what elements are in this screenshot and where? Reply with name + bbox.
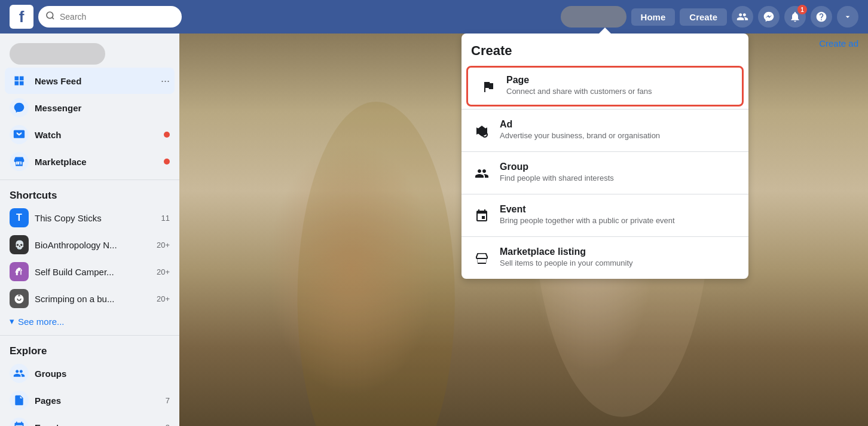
newsfeed-dots[interactable]: ··· xyxy=(161,75,170,87)
messenger-icon xyxy=(10,98,29,117)
dropdown-divider-1 xyxy=(461,109,748,109)
watch-icon xyxy=(10,125,29,144)
scrimping-count: 20+ xyxy=(157,294,170,303)
see-more-link[interactable]: ▾ See more... xyxy=(0,312,179,330)
page-item-title: Page xyxy=(506,75,732,86)
sidebar-item-thiscopysticks[interactable]: T This Copy Sticks 11 xyxy=(5,205,175,231)
watch-notification-dot xyxy=(164,132,170,138)
dropdown-divider-4 xyxy=(461,236,748,237)
bioanthropology-avatar: 💀 xyxy=(10,235,29,254)
watch-label: Watch xyxy=(35,130,158,140)
search-bar[interactable] xyxy=(38,6,182,28)
sidebar-divider-2 xyxy=(0,335,179,336)
search-input[interactable] xyxy=(60,12,175,22)
group-icon xyxy=(471,163,493,184)
create-group-item[interactable]: Group Find people with shared interests xyxy=(461,154,748,191)
dropdown-divider-2 xyxy=(461,151,748,152)
marketplace-label: Marketplace xyxy=(35,157,158,167)
selfbuild-avatar xyxy=(10,262,29,281)
svg-line-1 xyxy=(52,17,54,19)
event-item-text: Event Bring people together with a publi… xyxy=(500,204,739,225)
bioanthropology-label: BioAnthropology N... xyxy=(35,240,151,250)
create-dropdown-title: Create xyxy=(461,41,748,66)
friends-icon-button[interactable] xyxy=(732,6,753,28)
marketplace-listing-text: Marketplace listing Sell items to people… xyxy=(500,247,739,267)
sidebar-item-events[interactable]: Events 3 xyxy=(5,414,175,426)
events-count: 3 xyxy=(166,423,170,427)
groups-icon xyxy=(10,364,29,383)
marketplace-notification-dot xyxy=(164,159,170,165)
create-ad-button[interactable]: Create ad xyxy=(819,38,858,48)
marketplace-listing-desc: Sell items to people in your community xyxy=(500,258,739,267)
events-icon xyxy=(10,418,29,426)
ad-icon xyxy=(471,120,493,142)
page-icon xyxy=(478,76,499,98)
dropdown-arrow xyxy=(599,28,611,34)
home-button[interactable]: Home xyxy=(631,8,676,26)
explore-title: Explore xyxy=(0,340,179,360)
sidebar-user-avatar xyxy=(10,43,105,65)
scrimping-label: Scrimping on a bu... xyxy=(35,294,151,304)
sidebar-item-messenger[interactable]: Messenger xyxy=(5,95,175,121)
scrimping-avatar xyxy=(10,289,29,308)
events-label: Events xyxy=(35,422,160,427)
topnav-right: Home Create 1 xyxy=(561,6,858,28)
pages-icon xyxy=(10,391,29,410)
dropdown-icon-button[interactable] xyxy=(837,6,858,28)
sidebar-item-selfbuild[interactable]: Self Build Camper... 20+ xyxy=(5,258,175,285)
notification-count: 1 xyxy=(797,5,807,14)
pages-count: 7 xyxy=(166,396,170,405)
sidebar-item-groups[interactable]: Groups xyxy=(5,360,175,387)
messenger-label: Messenger xyxy=(35,103,170,113)
group-item-desc: Find people with shared interests xyxy=(500,174,739,182)
sidebar-item-pages[interactable]: Pages 7 xyxy=(5,387,175,413)
selfbuild-count: 20+ xyxy=(157,267,170,276)
facebook-logo: f xyxy=(10,5,33,29)
create-button[interactable]: Create xyxy=(680,8,727,26)
sidebar-divider-1 xyxy=(0,179,179,180)
bioanthropology-count: 20+ xyxy=(157,241,170,249)
marketplace-listing-icon xyxy=(471,248,493,269)
sidebar-item-bioanthropology[interactable]: 💀 BioAnthropology N... 20+ xyxy=(5,232,175,258)
create-marketplace-item[interactable]: Marketplace listing Sell items to people… xyxy=(461,239,748,276)
sidebar-item-scrimping[interactable]: Scrimping on a bu... 20+ xyxy=(5,285,175,312)
newsfeed-label: News Feed xyxy=(35,76,155,86)
sidebar-user-area xyxy=(0,38,179,67)
ad-item-desc: Advertise your business, brand or organi… xyxy=(500,131,739,140)
thiscopysticks-label: This Copy Sticks xyxy=(35,213,155,223)
ad-item-text: Ad Advertise your business, brand or org… xyxy=(500,119,739,140)
shortcuts-title: Shortcuts xyxy=(0,185,179,204)
group-item-title: Group xyxy=(500,162,739,172)
create-page-item[interactable]: Page Connect and share with customers or… xyxy=(466,66,744,106)
groups-label: Groups xyxy=(35,369,170,379)
sidebar-item-watch[interactable]: Watch xyxy=(5,121,175,148)
user-avatar xyxy=(561,6,626,28)
newsfeed-icon xyxy=(10,71,29,90)
marketplace-icon xyxy=(10,152,29,171)
pages-label: Pages xyxy=(35,395,160,406)
notifications-icon-button[interactable]: 1 xyxy=(784,6,806,28)
topnav: f Home Create 1 xyxy=(0,0,868,34)
selfbuild-label: Self Build Camper... xyxy=(35,267,151,277)
event-item-desc: Bring people together with a public or p… xyxy=(500,216,739,225)
thiscopysticks-avatar: T xyxy=(10,208,29,227)
svg-point-0 xyxy=(47,12,53,19)
page-item-text: Page Connect and share with customers or… xyxy=(506,75,732,96)
event-item-title: Event xyxy=(500,204,739,215)
event-icon xyxy=(471,205,493,227)
sidebar-item-newsfeed[interactable]: News Feed ··· xyxy=(5,68,175,94)
search-icon xyxy=(45,11,55,23)
create-dropdown-panel: Create Page Connect and share with custo… xyxy=(461,34,748,279)
thiscopysticks-count: 11 xyxy=(161,214,170,223)
see-more-label: See more... xyxy=(18,317,65,327)
sidebar: News Feed ··· Messenger Watch xyxy=(0,34,179,426)
page-item-desc: Connect and share with customers or fans xyxy=(506,87,732,96)
messenger-icon-button[interactable] xyxy=(758,6,780,28)
group-item-text: Group Find people with shared interests xyxy=(500,162,739,182)
create-event-item[interactable]: Event Bring people together with a publi… xyxy=(461,197,748,234)
sidebar-item-marketplace[interactable]: Marketplace xyxy=(5,148,175,175)
help-icon-button[interactable] xyxy=(811,6,832,28)
dropdown-divider-3 xyxy=(461,194,748,194)
create-ad-item[interactable]: Ad Advertise your business, brand or org… xyxy=(461,112,748,149)
marketplace-listing-title: Marketplace listing xyxy=(500,247,739,257)
